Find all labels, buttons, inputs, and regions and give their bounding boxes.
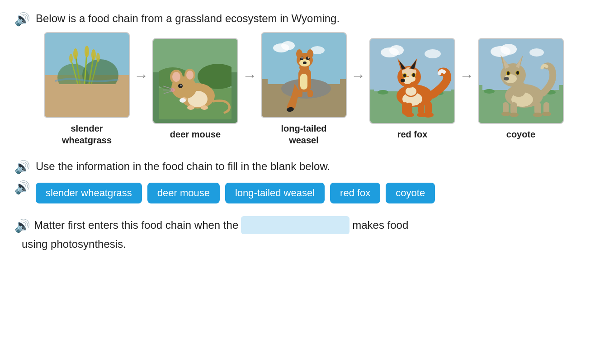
arrow-2: → (242, 67, 257, 84)
food-chain-item-red-fox: red fox (367, 38, 458, 140)
svg-point-101 (510, 113, 519, 117)
food-chain-image-deer-mouse (152, 38, 238, 124)
food-chain-image-coyote (478, 38, 564, 124)
svg-point-51 (296, 49, 302, 58)
arrow-4: → (459, 67, 474, 84)
audio-icon-1[interactable]: 🔊 (14, 12, 30, 27)
food-chain-item-weasel: long-tailedweasel (259, 32, 349, 146)
svg-point-86 (401, 79, 405, 82)
arrow-3: → (351, 67, 365, 84)
food-chain-label-coyote: coyote (506, 128, 535, 140)
svg-point-100 (501, 112, 510, 116)
svg-point-21 (172, 72, 180, 82)
svg-point-11 (69, 54, 73, 63)
svg-point-92 (484, 89, 495, 94)
svg-point-71 (417, 113, 426, 117)
svg-point-25 (180, 85, 182, 86)
svg-point-31 (201, 105, 208, 110)
continuation-text: using photosynthesis. (22, 238, 581, 251)
svg-point-112 (507, 71, 510, 75)
svg-point-8 (73, 48, 78, 59)
svg-point-9 (85, 46, 89, 57)
svg-rect-53 (297, 90, 302, 97)
audio-icon-3[interactable]: 🔊 (14, 180, 30, 195)
svg-point-103 (542, 112, 551, 116)
svg-rect-2 (55, 84, 118, 113)
svg-point-10 (91, 49, 96, 60)
svg-point-58 (389, 45, 404, 55)
question-after-text: makes food (352, 217, 408, 234)
food-chain-image-wheatgrass (44, 32, 130, 118)
food-chain-label-deer-mouse: deer mouse (170, 128, 221, 140)
svg-point-91 (529, 48, 544, 57)
food-chain-image-red-fox (369, 38, 455, 124)
food-chain-label-wheatgrass: slenderwheatgrass (62, 123, 112, 146)
chip-deer-mouse[interactable]: deer mouse (147, 183, 220, 203)
svg-point-48 (302, 57, 303, 59)
svg-point-30 (187, 105, 194, 110)
svg-point-59 (425, 49, 441, 58)
svg-rect-54 (307, 90, 313, 97)
food-chain-item-coyote: coyote (476, 38, 566, 140)
svg-point-70 (405, 113, 414, 117)
svg-point-37 (281, 41, 295, 50)
food-chain-item-deer-mouse: deer mouse (150, 38, 241, 140)
svg-point-33 (179, 98, 186, 103)
svg-point-12 (96, 53, 100, 62)
fill-sentence: Matter first enters this food chain when… (34, 216, 408, 234)
chip-slender-wheatgrass[interactable]: slender wheatgrass (36, 183, 142, 203)
audio-icon-2[interactable]: 🔊 (14, 160, 30, 175)
food-chain-item-wheatgrass: slenderwheatgrass (42, 32, 132, 146)
svg-point-23 (186, 71, 194, 80)
arrow-1: → (134, 67, 148, 84)
svg-point-83 (403, 74, 406, 77)
svg-point-52 (307, 49, 313, 58)
svg-point-73 (406, 87, 416, 96)
chip-coyote[interactable]: coyote (386, 183, 435, 203)
food-chain-label-weasel: long-tailedweasel (281, 123, 326, 146)
fill-blank-input[interactable] (241, 216, 349, 234)
audio-icon-4[interactable]: 🔊 (14, 218, 30, 233)
food-chain-label-red-fox: red fox (397, 128, 428, 140)
svg-point-85 (412, 73, 415, 77)
svg-point-90 (501, 44, 517, 55)
chips-container: slender wheatgrass deer mouse long-taile… (36, 183, 435, 203)
svg-point-114 (516, 71, 519, 75)
food-chain: slenderwheatgrass → (42, 32, 581, 146)
question-before-text: Matter first enters this food chain when… (34, 217, 238, 234)
instruction-text-2: Use the information in the food chain to… (36, 159, 330, 174)
svg-point-60 (378, 90, 388, 95)
svg-point-50 (303, 61, 307, 64)
svg-point-102 (533, 113, 542, 117)
instruction-text-1: Below is a food chain from a grassland e… (36, 11, 340, 26)
svg-point-115 (504, 77, 509, 80)
svg-rect-42 (300, 74, 307, 90)
chip-red-fox[interactable]: red fox (330, 183, 380, 203)
food-chain-image-weasel (261, 32, 347, 118)
chip-long-tailed-weasel[interactable]: long-tailed weasel (225, 183, 325, 203)
